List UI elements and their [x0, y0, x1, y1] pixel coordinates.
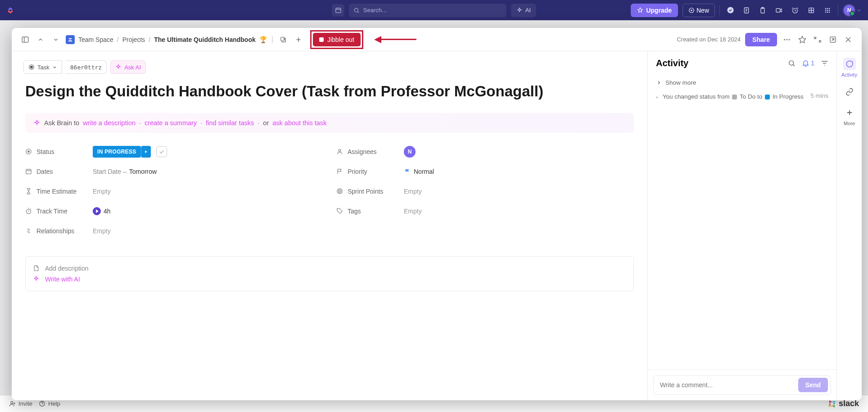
invite-button[interactable]: Invite — [9, 400, 32, 407]
help-button[interactable]: Help — [39, 400, 60, 407]
task-type-chip[interactable]: Task — [23, 60, 62, 74]
chevron-down-icon — [52, 65, 57, 70]
activity-item: • You changed status from To Do to In Pr… — [656, 89, 828, 105]
stopwatch-icon — [25, 208, 32, 214]
svg-rect-24 — [281, 37, 285, 41]
hourglass-icon — [25, 188, 32, 195]
close-icon[interactable] — [843, 34, 854, 45]
slack-badge[interactable]: slack — [828, 399, 859, 408]
activity-panel: Activity 1 Show more • You changed statu… — [647, 51, 836, 400]
add-subtask-icon[interactable] — [293, 34, 304, 45]
upgrade-button[interactable]: Upgrade — [631, 4, 678, 17]
add-description-button[interactable]: Add description — [32, 263, 627, 274]
profile-menu[interactable]: N — [843, 4, 862, 17]
play-icon — [93, 207, 101, 215]
svg-point-37 — [339, 191, 340, 191]
relationships-value[interactable]: Empty — [93, 227, 323, 235]
breadcrumb: Team Space / Projects / The Ultimate Qui… — [66, 35, 267, 44]
trophy-emoji: 🏆 — [259, 36, 267, 43]
task-fields: Status IN PROGRESS Assignees N Date — [25, 143, 634, 240]
calendar-icon[interactable] — [332, 4, 344, 17]
flag-icon — [336, 168, 343, 175]
check-circle-icon[interactable] — [724, 5, 736, 16]
priority-value[interactable]: Normal — [404, 168, 634, 175]
svg-point-13 — [825, 9, 827, 11]
status-next-button[interactable] — [141, 146, 151, 158]
show-more-button[interactable]: Show more — [656, 77, 828, 89]
user-icon — [336, 148, 343, 155]
annotation-arrow — [374, 36, 416, 43]
rail-activity[interactable]: Activity — [841, 58, 857, 77]
svg-point-3 — [727, 7, 733, 13]
prev-task-icon[interactable] — [35, 34, 46, 45]
breadcrumb-space[interactable]: Team Space — [78, 36, 113, 43]
write-with-ai-button[interactable]: Write with AI — [32, 274, 627, 285]
track-time-value[interactable]: 4h — [93, 207, 323, 215]
comment-box: Send — [653, 375, 831, 395]
task-id-chip[interactable]: 86er0ttrz — [66, 60, 107, 74]
brain-ask[interactable]: ask about this task — [272, 119, 326, 127]
minimize-icon[interactable] — [812, 34, 823, 45]
brain-write-desc[interactable]: write a description — [83, 119, 136, 127]
ai-button[interactable]: AI — [511, 4, 536, 17]
apps-grid-icon[interactable] — [822, 5, 833, 16]
breadcrumb-folder[interactable]: Projects — [122, 36, 145, 43]
status-button[interactable]: IN PROGRESS — [93, 146, 141, 158]
svg-point-12 — [829, 8, 830, 9]
mark-complete-button[interactable] — [156, 146, 167, 157]
description-box: Add description Write with AI — [25, 256, 634, 291]
right-rail: Activity More — [836, 51, 862, 400]
svg-point-33 — [339, 149, 341, 152]
chevron-right-icon — [656, 80, 662, 86]
ask-ai-chip[interactable]: Ask AI — [110, 60, 146, 74]
space-icon — [66, 35, 75, 44]
app-topbar: Search... AI Upgrade New N — [0, 0, 868, 20]
clipboard-icon[interactable] — [757, 5, 769, 16]
rail-link[interactable] — [843, 86, 856, 98]
time-estimate-value[interactable]: Empty — [93, 188, 323, 195]
svg-point-1 — [354, 8, 358, 12]
new-button[interactable]: New — [683, 4, 715, 17]
alarm-icon[interactable] — [789, 5, 801, 16]
tags-value[interactable]: Empty — [404, 208, 634, 215]
sidebar-toggle-icon[interactable] — [20, 34, 31, 45]
activity-time: 5 mins — [810, 92, 828, 101]
dates-value[interactable]: Start Date – Tomorrow — [93, 168, 323, 175]
svg-point-19 — [11, 402, 13, 404]
svg-point-26 — [787, 39, 788, 40]
send-button[interactable]: Send — [798, 378, 828, 392]
activity-filter-icon[interactable] — [821, 59, 828, 67]
clickup-logo-icon[interactable] — [6, 6, 14, 14]
share-button[interactable]: Share — [745, 33, 777, 46]
status-swatch-blue — [765, 95, 770, 100]
svg-point-27 — [789, 39, 790, 40]
sprint-points-value[interactable]: Empty — [404, 188, 634, 195]
notepad-icon[interactable] — [741, 5, 752, 16]
move-task-icon[interactable] — [278, 34, 289, 45]
activity-search-icon[interactable] — [788, 59, 796, 67]
breadcrumb-list[interactable]: The Ultimate Quidditch Handbook — [154, 36, 256, 43]
status-swatch-gray — [732, 95, 737, 100]
expand-icon[interactable] — [827, 34, 838, 45]
video-icon[interactable] — [773, 5, 785, 16]
activity-notifications[interactable]: 1 — [802, 59, 814, 67]
brain-summary[interactable]: create a summary — [145, 119, 197, 127]
grid-square-icon[interactable] — [805, 5, 817, 16]
brain-similar[interactable]: find similar tasks — [206, 119, 254, 127]
svg-point-11 — [827, 8, 828, 9]
comment-input[interactable] — [660, 381, 798, 389]
svg-point-18 — [829, 11, 830, 13]
rail-more[interactable]: More — [843, 106, 856, 126]
svg-point-14 — [827, 9, 828, 11]
favorite-star-icon[interactable] — [797, 34, 808, 45]
jibble-out-button[interactable]: Jibble out — [313, 33, 361, 46]
global-search[interactable]: Search... — [349, 4, 506, 17]
assignee-avatar[interactable]: N — [404, 146, 416, 158]
more-menu-icon[interactable] — [782, 34, 792, 45]
chevron-down-icon — [856, 8, 862, 13]
stop-icon — [319, 37, 324, 42]
next-task-icon[interactable] — [50, 34, 61, 45]
svg-point-32 — [28, 151, 30, 153]
task-title[interactable]: Design the Quidditch Handbook Cover (Tas… — [25, 82, 634, 101]
avatar: N — [843, 4, 855, 17]
